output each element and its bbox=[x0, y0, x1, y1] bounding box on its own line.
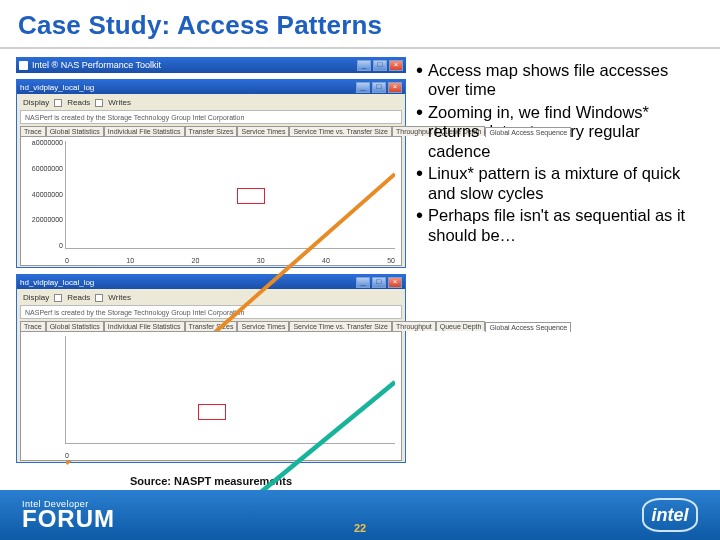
chart2-reads-checkbox[interactable] bbox=[54, 294, 62, 302]
idf-big: FORUM bbox=[22, 509, 115, 529]
footer: Intel Developer FORUM 22 intel bbox=[0, 490, 720, 540]
bullet-list: •Access map shows file accesses over tim… bbox=[416, 61, 704, 245]
tick-label: 20000000 bbox=[23, 216, 63, 223]
chart1-writes-label: Writes bbox=[108, 98, 131, 107]
slide: Case Study: Access Patterns Intel ® NAS … bbox=[0, 0, 720, 540]
page-number: 22 bbox=[354, 522, 366, 534]
screenshot-column: Intel ® NAS Performance Toolkit _ □ × hd… bbox=[16, 57, 406, 487]
chart1-plot[interactable]: a00000006000000040000000200000000 010203… bbox=[20, 136, 402, 266]
chart1-reads-label: Reads bbox=[67, 98, 90, 107]
chart1-highlight-marker bbox=[237, 188, 265, 204]
tick-label: 40000000 bbox=[23, 191, 63, 198]
chart1-banner: NASPerf is created by the Storage Techno… bbox=[20, 110, 402, 124]
chart2-highlight-marker bbox=[198, 404, 226, 420]
tab-service-times[interactable]: Service Times bbox=[237, 126, 289, 136]
titlebar-left: Intel ® NAS Performance Toolkit bbox=[19, 60, 161, 70]
tick-label: 30 bbox=[257, 257, 265, 264]
bullet-item: •Linux* pattern is a mixture of quick an… bbox=[416, 164, 704, 203]
bullet-column: •Access map shows file accesses over tim… bbox=[416, 57, 704, 487]
chart1-plot-inner bbox=[65, 141, 395, 249]
app-icon bbox=[19, 61, 28, 70]
chart2-x-ticks: 0 bbox=[65, 452, 395, 459]
tick-label: 10 bbox=[126, 257, 134, 264]
chart1-writes-checkbox[interactable] bbox=[95, 99, 103, 107]
bullet-dot: • bbox=[416, 103, 428, 161]
chart1-window-buttons: _ □ × bbox=[356, 82, 402, 93]
tick-label: 40 bbox=[322, 257, 330, 264]
page-title: Case Study: Access Patterns bbox=[0, 0, 720, 47]
close-button[interactable]: × bbox=[389, 60, 403, 71]
tab-individual-file-statistics[interactable]: Individual File Statistics bbox=[104, 126, 185, 136]
tick-label: 0 bbox=[23, 242, 63, 249]
bullet-text: Access map shows file accesses over time bbox=[428, 61, 704, 100]
tick-label: a0000000 bbox=[23, 139, 63, 146]
tab-trace[interactable]: Trace bbox=[20, 321, 46, 331]
tick-label: 0 bbox=[65, 257, 69, 264]
chart2-plot[interactable]: 0 bbox=[20, 331, 402, 461]
bullet-dot: • bbox=[416, 164, 428, 203]
content-area: Intel ® NAS Performance Toolkit _ □ × hd… bbox=[0, 49, 720, 487]
tick-label: 0 bbox=[65, 452, 69, 459]
chart1-y-ticks: a00000006000000040000000200000000 bbox=[23, 139, 63, 249]
tab-trace[interactable]: Trace bbox=[20, 126, 46, 136]
chart2-display-label: Display bbox=[23, 293, 49, 302]
tab-global-access-sequence[interactable]: Global Access Sequence bbox=[485, 127, 571, 137]
chart1-maximize-button[interactable]: □ bbox=[372, 82, 386, 93]
chart1-file-label: hd_vidplay_local_log bbox=[20, 83, 94, 92]
chart1-minimize-button[interactable]: _ bbox=[356, 82, 370, 93]
app-titlebar: Intel ® NAS Performance Toolkit _ □ × bbox=[16, 57, 406, 73]
chart1-x-ticks: 01020304050 bbox=[65, 257, 395, 264]
tick-label: 20 bbox=[192, 257, 200, 264]
bullet-item: •Perhaps file isn't as sequential as it … bbox=[416, 206, 704, 245]
tab-global-access-sequence[interactable]: Global Access Sequence bbox=[485, 322, 571, 332]
chart1-titlebar: hd_vidplay_local_log _ □ × bbox=[17, 80, 405, 94]
bullet-dot: • bbox=[416, 206, 428, 245]
bullet-dot: • bbox=[416, 61, 428, 100]
chart-window-1: hd_vidplay_local_log _ □ × Display Reads… bbox=[16, 79, 406, 268]
bullet-text: Perhaps file isn't as sequential as it s… bbox=[428, 206, 704, 245]
chart1-display-label: Display bbox=[23, 98, 49, 107]
maximize-button[interactable]: □ bbox=[373, 60, 387, 71]
tab-transfer-sizes[interactable]: Transfer Sizes bbox=[185, 126, 238, 136]
intel-logo: intel bbox=[642, 498, 698, 532]
tab-service-time-vs-transfer-size[interactable]: Service Time vs. Transfer Size bbox=[289, 126, 392, 136]
chart2-y-ticks bbox=[23, 334, 63, 444]
idf-logo: Intel Developer FORUM bbox=[22, 501, 115, 529]
bullet-text: Linux* pattern is a mixture of quick and… bbox=[428, 164, 704, 203]
chart2-plot-inner bbox=[65, 336, 395, 444]
chart1-display-row: Display Reads Writes bbox=[20, 97, 402, 108]
chart1-close-button[interactable]: × bbox=[388, 82, 402, 93]
window-buttons: _ □ × bbox=[357, 60, 403, 71]
tab-global-statistics[interactable]: Global Statistics bbox=[46, 126, 104, 136]
app-title: Intel ® NAS Performance Toolkit bbox=[32, 60, 161, 70]
tick-label: 50 bbox=[387, 257, 395, 264]
bullet-item: •Access map shows file accesses over tim… bbox=[416, 61, 704, 100]
tick-label: 60000000 bbox=[23, 165, 63, 172]
chart1-reads-checkbox[interactable] bbox=[54, 99, 62, 107]
chart1-body: Display Reads Writes NASPerf is created … bbox=[17, 94, 405, 267]
minimize-button[interactable]: _ bbox=[357, 60, 371, 71]
